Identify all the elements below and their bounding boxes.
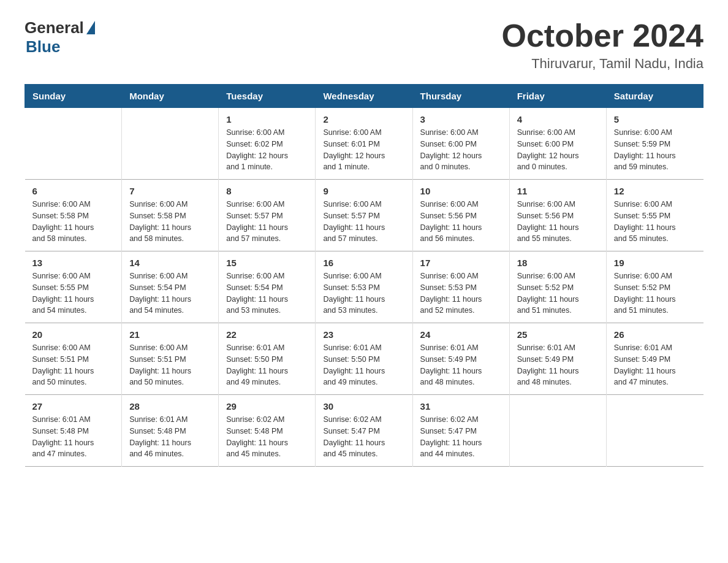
day-info: Sunrise: 6:00 AM Sunset: 5:53 PM Dayligh… <box>420 270 502 316</box>
day-number: 9 <box>323 186 404 196</box>
day-info: Sunrise: 6:00 AM Sunset: 5:51 PM Dayligh… <box>32 342 115 388</box>
day-cell: 15Sunrise: 6:00 AM Sunset: 5:54 PM Dayli… <box>219 251 316 323</box>
day-info: Sunrise: 6:00 AM Sunset: 5:53 PM Dayligh… <box>323 270 404 316</box>
header-cell-saturday: Saturday <box>606 85 703 108</box>
day-cell: 11Sunrise: 6:00 AM Sunset: 5:56 PM Dayli… <box>509 180 606 251</box>
week-row-1: 1Sunrise: 6:00 AM Sunset: 6:02 PM Daylig… <box>25 108 703 180</box>
day-cell: 8Sunrise: 6:00 AM Sunset: 5:57 PM Daylig… <box>219 180 316 251</box>
day-number: 20 <box>32 329 115 340</box>
day-number: 1 <box>226 114 308 124</box>
day-info: Sunrise: 6:00 AM Sunset: 5:55 PM Dayligh… <box>32 270 115 316</box>
day-cell: 27Sunrise: 6:01 AM Sunset: 5:48 PM Dayli… <box>25 395 122 467</box>
day-info: Sunrise: 6:01 AM Sunset: 5:49 PM Dayligh… <box>614 342 696 388</box>
day-cell: 19Sunrise: 6:00 AM Sunset: 5:52 PM Dayli… <box>606 251 703 323</box>
calendar-header: SundayMondayTuesdayWednesdayThursdayFrid… <box>25 85 703 108</box>
day-cell: 26Sunrise: 6:01 AM Sunset: 5:49 PM Dayli… <box>606 323 703 395</box>
day-info: Sunrise: 6:00 AM Sunset: 5:57 PM Dayligh… <box>226 199 308 245</box>
header-cell-monday: Monday <box>122 85 219 108</box>
day-info: Sunrise: 6:00 AM Sunset: 5:58 PM Dayligh… <box>32 199 115 245</box>
day-cell: 17Sunrise: 6:00 AM Sunset: 5:53 PM Dayli… <box>412 251 509 323</box>
day-cell <box>25 108 122 180</box>
day-cell <box>509 395 606 467</box>
month-title: October 2024 <box>502 18 704 53</box>
day-info: Sunrise: 6:01 AM Sunset: 5:50 PM Dayligh… <box>323 342 404 388</box>
page-header: General Blue October 2024 Thiruvarur, Ta… <box>25 18 703 72</box>
day-number: 29 <box>226 401 308 412</box>
week-row-5: 27Sunrise: 6:01 AM Sunset: 5:48 PM Dayli… <box>25 395 703 467</box>
day-cell: 6Sunrise: 6:00 AM Sunset: 5:58 PM Daylig… <box>25 180 122 251</box>
day-cell: 7Sunrise: 6:00 AM Sunset: 5:58 PM Daylig… <box>122 180 219 251</box>
day-cell: 5Sunrise: 6:00 AM Sunset: 5:59 PM Daylig… <box>606 108 703 180</box>
header-cell-tuesday: Tuesday <box>219 85 316 108</box>
header-cell-wednesday: Wednesday <box>316 85 412 108</box>
day-cell: 10Sunrise: 6:00 AM Sunset: 5:56 PM Dayli… <box>412 180 509 251</box>
day-info: Sunrise: 6:00 AM Sunset: 5:52 PM Dayligh… <box>517 270 599 316</box>
day-number: 27 <box>32 401 115 412</box>
day-cell: 24Sunrise: 6:01 AM Sunset: 5:49 PM Dayli… <box>412 323 509 395</box>
logo-triangle-icon <box>86 21 95 34</box>
day-number: 24 <box>420 329 502 340</box>
day-info: Sunrise: 6:00 AM Sunset: 5:56 PM Dayligh… <box>420 199 502 245</box>
day-number: 8 <box>226 186 308 196</box>
day-cell: 21Sunrise: 6:00 AM Sunset: 5:51 PM Dayli… <box>122 323 219 395</box>
day-number: 30 <box>323 401 404 412</box>
day-number: 31 <box>420 401 502 412</box>
day-number: 15 <box>226 258 308 268</box>
day-info: Sunrise: 6:00 AM Sunset: 5:52 PM Dayligh… <box>614 270 696 316</box>
day-cell: 14Sunrise: 6:00 AM Sunset: 5:54 PM Dayli… <box>122 251 219 323</box>
day-cell: 29Sunrise: 6:02 AM Sunset: 5:48 PM Dayli… <box>219 395 316 467</box>
logo-general-text: General <box>25 18 84 37</box>
day-cell: 31Sunrise: 6:02 AM Sunset: 5:47 PM Dayli… <box>412 395 509 467</box>
calendar-body: 1Sunrise: 6:00 AM Sunset: 6:02 PM Daylig… <box>25 108 703 467</box>
day-info: Sunrise: 6:00 AM Sunset: 5:54 PM Dayligh… <box>129 270 211 316</box>
day-cell: 2Sunrise: 6:00 AM Sunset: 6:01 PM Daylig… <box>316 108 412 180</box>
day-info: Sunrise: 6:00 AM Sunset: 6:02 PM Dayligh… <box>226 127 308 173</box>
location-text: Thiruvarur, Tamil Nadu, India <box>502 56 704 72</box>
day-cell: 4Sunrise: 6:00 AM Sunset: 6:00 PM Daylig… <box>509 108 606 180</box>
day-cell: 1Sunrise: 6:00 AM Sunset: 6:02 PM Daylig… <box>219 108 316 180</box>
day-number: 16 <box>323 258 404 268</box>
logo-blue-text: Blue <box>26 37 60 56</box>
day-info: Sunrise: 6:01 AM Sunset: 5:49 PM Dayligh… <box>517 342 599 388</box>
calendar-table: SundayMondayTuesdayWednesdayThursdayFrid… <box>25 84 703 467</box>
title-area: October 2024 Thiruvarur, Tamil Nadu, Ind… <box>502 18 704 72</box>
day-number: 11 <box>517 186 599 196</box>
day-number: 23 <box>323 329 404 340</box>
day-cell: 9Sunrise: 6:00 AM Sunset: 5:57 PM Daylig… <box>316 180 412 251</box>
day-number: 19 <box>614 258 696 268</box>
day-number: 22 <box>226 329 308 340</box>
logo: General Blue <box>25 18 95 56</box>
day-info: Sunrise: 6:01 AM Sunset: 5:50 PM Dayligh… <box>226 342 308 388</box>
day-cell: 22Sunrise: 6:01 AM Sunset: 5:50 PM Dayli… <box>219 323 316 395</box>
week-row-3: 13Sunrise: 6:00 AM Sunset: 5:55 PM Dayli… <box>25 251 703 323</box>
day-cell: 23Sunrise: 6:01 AM Sunset: 5:50 PM Dayli… <box>316 323 412 395</box>
day-info: Sunrise: 6:00 AM Sunset: 6:00 PM Dayligh… <box>517 127 599 173</box>
header-cell-sunday: Sunday <box>25 85 122 108</box>
day-cell <box>606 395 703 467</box>
day-number: 5 <box>614 114 696 124</box>
day-info: Sunrise: 6:00 AM Sunset: 5:56 PM Dayligh… <box>517 199 599 245</box>
week-row-2: 6Sunrise: 6:00 AM Sunset: 5:58 PM Daylig… <box>25 180 703 251</box>
day-cell <box>122 108 219 180</box>
day-cell: 20Sunrise: 6:00 AM Sunset: 5:51 PM Dayli… <box>25 323 122 395</box>
day-number: 14 <box>129 258 211 268</box>
day-cell: 18Sunrise: 6:00 AM Sunset: 5:52 PM Dayli… <box>509 251 606 323</box>
day-number: 17 <box>420 258 502 268</box>
day-number: 7 <box>129 186 211 196</box>
day-info: Sunrise: 6:00 AM Sunset: 5:58 PM Dayligh… <box>129 199 211 245</box>
day-cell: 13Sunrise: 6:00 AM Sunset: 5:55 PM Dayli… <box>25 251 122 323</box>
day-number: 26 <box>614 329 696 340</box>
day-number: 10 <box>420 186 502 196</box>
day-info: Sunrise: 6:01 AM Sunset: 5:48 PM Dayligh… <box>129 414 211 460</box>
header-row: SundayMondayTuesdayWednesdayThursdayFrid… <box>25 85 703 108</box>
header-cell-thursday: Thursday <box>412 85 509 108</box>
day-cell: 25Sunrise: 6:01 AM Sunset: 5:49 PM Dayli… <box>509 323 606 395</box>
day-info: Sunrise: 6:01 AM Sunset: 5:49 PM Dayligh… <box>420 342 502 388</box>
day-info: Sunrise: 6:00 AM Sunset: 5:51 PM Dayligh… <box>129 342 211 388</box>
day-number: 18 <box>517 258 599 268</box>
day-number: 2 <box>323 114 404 124</box>
day-info: Sunrise: 6:00 AM Sunset: 5:55 PM Dayligh… <box>614 199 696 245</box>
day-number: 21 <box>129 329 211 340</box>
week-row-4: 20Sunrise: 6:00 AM Sunset: 5:51 PM Dayli… <box>25 323 703 395</box>
day-cell: 3Sunrise: 6:00 AM Sunset: 6:00 PM Daylig… <box>412 108 509 180</box>
